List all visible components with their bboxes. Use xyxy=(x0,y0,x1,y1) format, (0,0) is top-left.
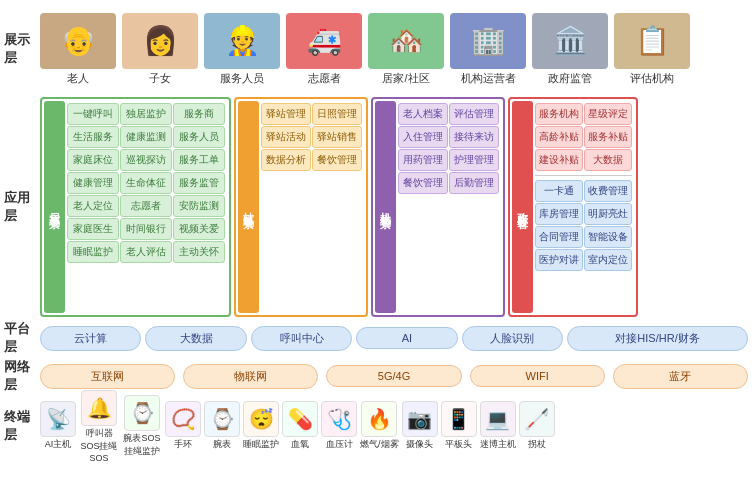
platform-cell-1[interactable]: 大数据 xyxy=(145,326,246,351)
home-row-2: 家庭床位巡视探访服务工单 xyxy=(67,149,225,171)
network-cell-3[interactable]: WIFI xyxy=(470,365,605,387)
terminal-icon-12: 🦯 xyxy=(519,401,555,437)
gov-top-cell-1-1[interactable]: 服务补贴 xyxy=(584,126,632,148)
platform-cell-0[interactable]: 云计算 xyxy=(40,326,141,351)
person-photo-5: 🏢 xyxy=(450,13,526,69)
home-cell-0-2[interactable]: 服务商 xyxy=(173,103,225,125)
institution-scenario-label: 机构场景 xyxy=(375,101,396,313)
institution-cell-2-0[interactable]: 用药管理 xyxy=(398,149,448,171)
community-cell-2-1[interactable]: 餐饮管理 xyxy=(312,149,362,171)
community-cell-0-0[interactable]: 驿站管理 xyxy=(261,103,311,125)
app-layer-label: 应用层 xyxy=(4,97,40,317)
institution-cell-1-1[interactable]: 接待来访 xyxy=(449,126,499,148)
terminal-icon-6: 💊 xyxy=(282,401,318,437)
home-cell-1-2[interactable]: 服务人员 xyxy=(173,126,225,148)
person-photo-6: 🏛️ xyxy=(532,13,608,69)
community-cell-1-0[interactable]: 驿站活动 xyxy=(261,126,311,148)
home-cell-6-2[interactable]: 主动关怀 xyxy=(173,241,225,263)
institution-cell-1-0[interactable]: 入住管理 xyxy=(398,126,448,148)
platform-cell-2[interactable]: 呼叫中心 xyxy=(251,326,352,351)
terminal-icon-3: 📿 xyxy=(165,401,201,437)
home-cell-0-1[interactable]: 独居监护 xyxy=(120,103,172,125)
home-row-5: 家庭医生时间银行视频关爱 xyxy=(67,218,225,240)
network-cell-0[interactable]: 互联网 xyxy=(40,364,175,389)
community-cell-0-1[interactable]: 日照管理 xyxy=(312,103,362,125)
network-cell-1[interactable]: 物联网 xyxy=(183,364,318,389)
institution-row-3: 餐饮管理后勤管理 xyxy=(398,172,499,194)
home-cell-2-1[interactable]: 巡视探访 xyxy=(120,149,172,171)
community-cell-1-1[interactable]: 驿站销售 xyxy=(312,126,362,148)
gov-bottom-cell-0-1[interactable]: 收费管理 xyxy=(584,180,632,202)
community-row-0: 驿站管理日照管理 xyxy=(261,103,362,125)
home-cell-4-0[interactable]: 老人定位 xyxy=(67,195,119,217)
home-cell-1-0[interactable]: 生活服务 xyxy=(67,126,119,148)
gov-top-cell-2-1[interactable]: 大数据 xyxy=(584,149,632,171)
home-cell-6-0[interactable]: 睡眠监护 xyxy=(67,241,119,263)
home-row-1: 生活服务健康监测服务人员 xyxy=(67,126,225,148)
home-cell-0-0[interactable]: 一键呼叫 xyxy=(67,103,119,125)
network-cell-4[interactable]: 蓝牙 xyxy=(613,364,748,389)
person-label-0: 老人 xyxy=(67,71,89,86)
community-row-1: 驿站活动驿站销售 xyxy=(261,126,362,148)
home-cell-2-2[interactable]: 服务工单 xyxy=(173,149,225,171)
institution-cell-0-0[interactable]: 老人档案 xyxy=(398,103,448,125)
institution-cell-0-1[interactable]: 评估管理 xyxy=(449,103,499,125)
platform-layer: 平台层 云计算大数据呼叫中心AI人脸识别对接HIS/HR/财务 xyxy=(4,320,748,356)
terminal-layer-content: 📡AI主机🔔呼叫器SOS挂绳SOS⌚腕表SOS挂绳监护📿手环⌚腕表😴睡眠监护💊血… xyxy=(40,396,748,456)
terminal-item-10: 📱平板头 xyxy=(441,401,477,451)
home-cell-3-0[interactable]: 健康管理 xyxy=(67,172,119,194)
terminal-icon-0: 📡 xyxy=(40,401,76,437)
community-row-2: 数据分析餐饮管理 xyxy=(261,149,362,171)
gov-top-cell-1-0[interactable]: 高龄补贴 xyxy=(535,126,583,148)
gov-top-cell-2-0[interactable]: 建设补贴 xyxy=(535,149,583,171)
platform-cell-5[interactable]: 对接HIS/HR/财务 xyxy=(567,326,748,351)
person-photo-1: 👩 xyxy=(122,13,198,69)
institution-cell-2-1[interactable]: 护理管理 xyxy=(449,149,499,171)
person-label-4: 居家/社区 xyxy=(382,71,429,86)
institution-cell-3-1[interactable]: 后勤管理 xyxy=(449,172,499,194)
display-layer: 展示层 👴老人👩子女👷服务人员🚑志愿者🏘️居家/社区🏢机构运营者🏛️政府监管📋评… xyxy=(4,4,748,94)
network-layer: 网络层 互联网物联网5G/4GWIFI蓝牙 xyxy=(4,359,748,393)
gov-bottom-cell-2-1[interactable]: 智能设备 xyxy=(584,226,632,248)
gov-bottom-row-0: 一卡通收费管理 xyxy=(535,180,632,202)
platform-cell-3[interactable]: AI xyxy=(356,327,457,349)
home-row-6: 睡眠监护老人评估主动关怀 xyxy=(67,241,225,263)
home-cell-5-0[interactable]: 家庭医生 xyxy=(67,218,119,240)
community-scenario-label: 社区场景 xyxy=(238,101,259,313)
network-layer-content: 互联网物联网5G/4GWIFI蓝牙 xyxy=(40,359,748,393)
gov-bottom-cell-1-1[interactable]: 明厨亮灶 xyxy=(584,203,632,225)
home-cell-4-1[interactable]: 志愿者 xyxy=(120,195,172,217)
home-cell-2-0[interactable]: 家庭床位 xyxy=(67,149,119,171)
terminal-item-1: 🔔呼叫器SOS挂绳SOS xyxy=(79,390,119,463)
home-cell-1-1[interactable]: 健康监测 xyxy=(120,126,172,148)
gov-top-cell-0-1[interactable]: 星级评定 xyxy=(584,103,632,125)
platform-cell-4[interactable]: 人脸识别 xyxy=(462,326,563,351)
terminal-icon-4: ⌚ xyxy=(204,401,240,437)
display-layer-content: 👴老人👩子女👷服务人员🚑志愿者🏘️居家/社区🏢机构运营者🏛️政府监管📋评估机构 xyxy=(40,4,748,94)
community-cell-2-0[interactable]: 数据分析 xyxy=(261,149,311,171)
home-cell-3-1[interactable]: 生命体征 xyxy=(120,172,172,194)
terminal-label-8: 燃气/烟雾 xyxy=(360,438,399,451)
gov-top-cell-0-0[interactable]: 服务机构 xyxy=(535,103,583,125)
display-layer-label: 展示层 xyxy=(4,4,40,94)
person-label-6: 政府监管 xyxy=(548,71,592,86)
terminal-item-6: 💊血氧 xyxy=(282,401,318,451)
terminal-item-9: 📷摄像头 xyxy=(402,401,438,451)
institution-row-2: 用药管理护理管理 xyxy=(398,149,499,171)
gov-bottom-cell-3-0[interactable]: 医护对讲 xyxy=(535,249,583,271)
terminal-item-3: 📿手环 xyxy=(165,401,201,451)
home-cell-6-1[interactable]: 老人评估 xyxy=(120,241,172,263)
gov-bottom-cell-2-0[interactable]: 合同管理 xyxy=(535,226,583,248)
terminal-icon-8: 🔥 xyxy=(361,401,397,437)
institution-cell-3-0[interactable]: 餐饮管理 xyxy=(398,172,448,194)
network-cell-2[interactable]: 5G/4G xyxy=(326,365,461,387)
gov-bottom-cell-1-0[interactable]: 库房管理 xyxy=(535,203,583,225)
home-cell-3-2[interactable]: 服务监管 xyxy=(173,172,225,194)
terminal-label-12: 拐杖 xyxy=(528,438,546,451)
gov-bottom-cell-0-0[interactable]: 一卡通 xyxy=(535,180,583,202)
gov-bottom-cell-3-1[interactable]: 室内定位 xyxy=(584,249,632,271)
home-cell-5-2[interactable]: 视频关爱 xyxy=(173,218,225,240)
terminal-item-7: 🩺血压计 xyxy=(321,401,357,451)
home-cell-5-1[interactable]: 时间银行 xyxy=(120,218,172,240)
home-cell-4-2[interactable]: 安防监测 xyxy=(173,195,225,217)
